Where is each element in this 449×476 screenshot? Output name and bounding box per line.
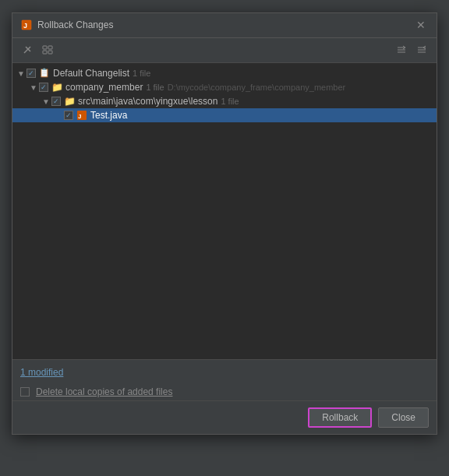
project-folder-icon: 📁 xyxy=(51,82,62,93)
src-meta: 1 file xyxy=(221,97,239,106)
svg-rect-6 xyxy=(48,46,52,49)
button-row: Rollback Close xyxy=(12,400,437,434)
group-button[interactable] xyxy=(39,43,56,57)
close-icon[interactable]: ✕ xyxy=(413,18,429,32)
svg-rect-8 xyxy=(48,51,52,54)
svg-rect-7 xyxy=(43,51,47,54)
delete-copies-row: Delete local copies of added files xyxy=(12,383,437,400)
svg-rect-5 xyxy=(43,46,47,49)
changelist-icon: 📋 xyxy=(39,68,50,79)
delete-copies-label[interactable]: Delete local copies of added files xyxy=(36,386,172,397)
project-arrow[interactable] xyxy=(30,83,37,91)
rollback-button[interactable]: Rollback xyxy=(308,407,372,428)
project-path: D:\mycode\company_frame\company_member xyxy=(168,83,346,92)
src-arrow[interactable] xyxy=(42,97,50,105)
changelist-label: Default Changelist xyxy=(53,68,129,79)
src-row[interactable]: 📁 src\main\java\com\yingxue\lesson 1 fil… xyxy=(12,94,437,108)
java-file-icon: J xyxy=(76,110,87,121)
src-checkbox[interactable] xyxy=(51,97,61,106)
changelist-checkbox[interactable] xyxy=(27,69,36,78)
expand-all-button[interactable] xyxy=(393,43,410,57)
svg-text:J: J xyxy=(23,22,27,30)
toolbar xyxy=(12,38,437,63)
pin-button[interactable] xyxy=(19,43,36,57)
title-bar: J Rollback Changes ✕ xyxy=(12,13,437,38)
svg-text:J: J xyxy=(78,113,81,120)
project-label: company_member xyxy=(65,82,143,93)
project-meta: 1 file xyxy=(146,83,164,92)
file-tree: 📋 Default Changelist 1 file 📁 company_me… xyxy=(12,63,437,359)
delete-copies-checkbox[interactable] xyxy=(20,387,30,397)
status-text[interactable]: 1 modified xyxy=(20,367,63,378)
changelist-arrow[interactable] xyxy=(17,69,25,77)
dialog-icon: J xyxy=(20,19,33,31)
src-label: src\main\java\com\yingxue\lesson xyxy=(78,96,217,107)
file-label: Test.java xyxy=(90,110,127,121)
project-checkbox[interactable] xyxy=(39,83,48,92)
file-checkbox[interactable] xyxy=(64,111,73,120)
src-folder-icon: 📁 xyxy=(64,96,75,107)
collapse-all-button[interactable] xyxy=(413,43,430,57)
file-row[interactable]: J Test.java xyxy=(12,108,437,122)
project-row[interactable]: 📁 company_member 1 file D:\mycode\compan… xyxy=(12,80,437,94)
dialog-title: Rollback Changes xyxy=(37,19,413,30)
changelist-meta: 1 file xyxy=(133,69,150,78)
changelist-row[interactable]: 📋 Default Changelist 1 file xyxy=(12,66,437,80)
rollback-dialog: J Rollback Changes ✕ xyxy=(12,12,437,435)
status-bar: 1 modified xyxy=(12,359,437,383)
close-button[interactable]: Close xyxy=(378,407,429,428)
